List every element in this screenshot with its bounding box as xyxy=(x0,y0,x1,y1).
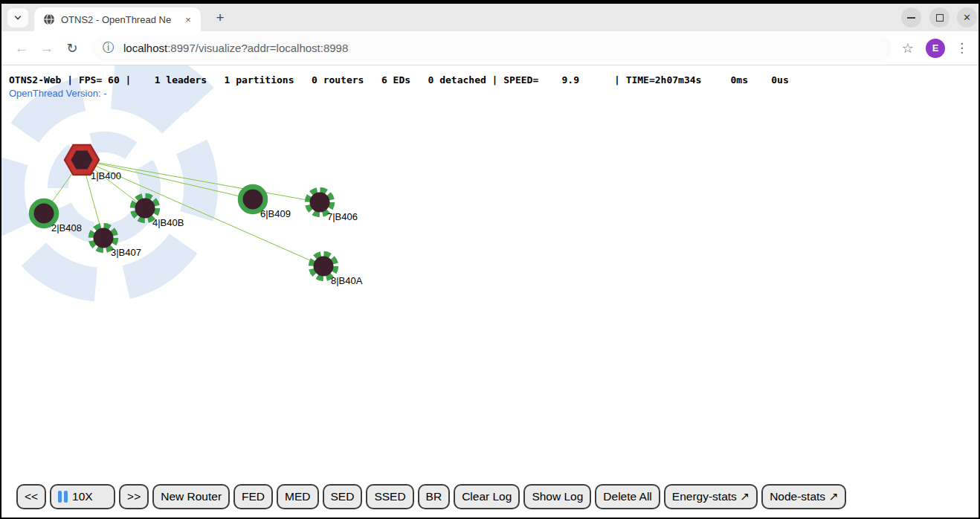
minimize-button[interactable] xyxy=(901,7,921,28)
reload-button[interactable]: ↻ xyxy=(59,40,85,57)
browser-toolbar: ← → ↻ ⓘ localhost:8997/visualize?addr=lo… xyxy=(1,31,979,65)
browser-menu-icon[interactable]: ⋮ xyxy=(955,40,968,56)
step-forward-button[interactable]: >> xyxy=(119,484,149,509)
node-6[interactable]: 6|B409 xyxy=(241,187,291,220)
br-button[interactable]: BR xyxy=(418,484,451,509)
button-label: << xyxy=(25,490,38,503)
node-body xyxy=(310,193,330,213)
new-router-button[interactable]: New Router xyxy=(152,484,230,509)
minimize-icon xyxy=(907,17,915,19)
node-label: 7|B406 xyxy=(327,211,358,222)
ssed-button[interactable]: SSED xyxy=(366,484,413,509)
node-label: 2|B408 xyxy=(51,222,82,233)
button-label: SED xyxy=(331,490,355,503)
fed-button[interactable]: FED xyxy=(233,484,273,509)
browser-window: OTNS2 - OpenThread Ne × + ✕ ← → ↻ ⓘ loca… xyxy=(1,4,979,518)
button-label: Clear Log xyxy=(462,490,512,503)
node-body xyxy=(135,199,155,219)
globe-favicon-icon xyxy=(43,13,55,25)
node-body xyxy=(34,204,54,224)
chevron-down-icon xyxy=(13,13,22,22)
button-label: MED xyxy=(285,490,310,503)
node-body xyxy=(94,228,114,248)
node-body xyxy=(314,257,334,277)
active-tab[interactable]: OTNS2 - OpenThread Ne × xyxy=(34,7,201,31)
button-label: Show Log xyxy=(532,490,583,503)
otns-control-bar: <<10X>>New RouterFEDMEDSEDSSEDBRClear Lo… xyxy=(16,484,846,509)
maximize-button[interactable] xyxy=(929,7,950,28)
address-bar[interactable]: ⓘ localhost:8997/visualize?addr=localhos… xyxy=(92,36,892,60)
show-log-button[interactable]: Show Log xyxy=(523,484,591,509)
network-topology-graph: 1|B4002|B4083|B4074|B40B6|B4097|B4068|B4… xyxy=(1,65,979,517)
button-label: BR xyxy=(426,490,442,503)
button-label: >> xyxy=(127,490,141,503)
node-label: 6|B409 xyxy=(260,208,291,219)
tab-strip: OTNS2 - OpenThread Ne × + ✕ xyxy=(1,4,979,31)
button-label: New Router xyxy=(161,490,222,503)
tab-close-icon[interactable]: × xyxy=(181,13,195,26)
url-path: :8997/visualize?addr=localhost:8998 xyxy=(167,42,348,54)
speed-button[interactable]: 10X xyxy=(50,484,115,509)
url-text[interactable]: localhost:8997/visualize?addr=localhost:… xyxy=(123,42,348,54)
button-label: Node-stats ↗ xyxy=(770,490,838,503)
energy-stats-button[interactable]: Energy-stats ↗ xyxy=(664,484,758,509)
button-label: SSED xyxy=(374,490,405,503)
med-button[interactable]: MED xyxy=(277,484,318,509)
openthread-logo-watermark xyxy=(1,65,245,329)
url-host: localhost xyxy=(123,42,167,54)
bookmark-star-icon[interactable]: ☆ xyxy=(902,40,914,57)
openthread-version-link[interactable]: OpenThread Version: - xyxy=(9,88,107,99)
step-back-button[interactable]: << xyxy=(16,484,46,509)
otns-stats-line: OTNS2-Web | FPS= 60 | 1 leaders 1 partit… xyxy=(9,74,789,86)
delete-all-button[interactable]: Delete All xyxy=(595,484,660,509)
node-label: 1|B400 xyxy=(91,170,121,181)
page-info-icon[interactable]: ⓘ xyxy=(103,40,115,56)
node-label: 4|B40B xyxy=(152,217,184,228)
profile-avatar[interactable]: E xyxy=(926,39,945,58)
node-7[interactable]: 7|B406 xyxy=(308,190,358,223)
maximize-icon xyxy=(936,14,944,22)
node-label: 8|B40A xyxy=(331,275,363,286)
tab-search-button[interactable] xyxy=(7,8,28,28)
otns-canvas-area: OTNS2-Web | FPS= 60 | 1 leaders 1 partit… xyxy=(1,65,979,518)
new-tab-button[interactable]: + xyxy=(211,9,229,27)
sed-button[interactable]: SED xyxy=(323,484,363,509)
button-label: FED xyxy=(242,490,265,503)
tab-title: OTNS2 - OpenThread Ne xyxy=(61,14,178,25)
clear-log-button[interactable]: Clear Log xyxy=(454,484,520,509)
node-body xyxy=(243,190,263,210)
node-8[interactable]: 8|B40A xyxy=(312,254,363,287)
forward-button[interactable]: → xyxy=(34,40,59,57)
button-label: Energy-stats ↗ xyxy=(672,490,749,503)
pause-icon xyxy=(58,491,68,503)
back-button[interactable]: ← xyxy=(9,40,34,57)
button-label: 10X xyxy=(72,490,93,503)
close-window-button[interactable]: ✕ xyxy=(957,7,977,28)
button-label: Delete All xyxy=(603,490,651,503)
node-stats-button[interactable]: Node-stats ↗ xyxy=(761,484,846,509)
node-label: 3|B407 xyxy=(111,247,141,258)
